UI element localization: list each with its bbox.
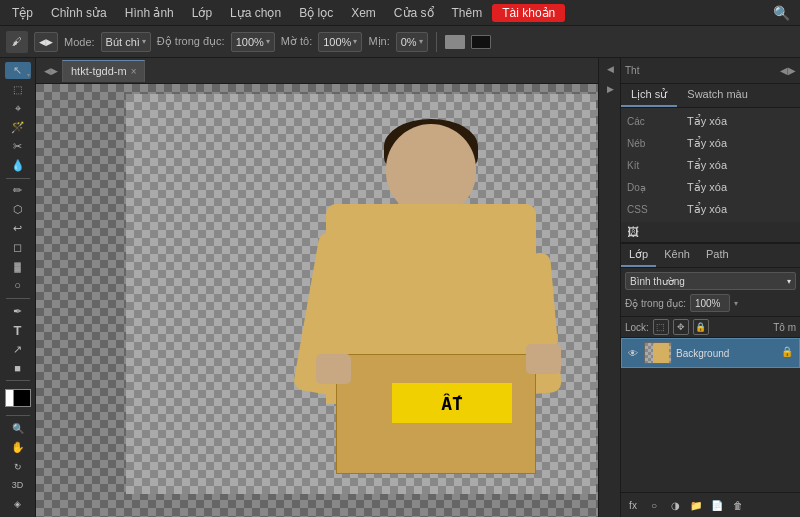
- menu-window[interactable]: Cửa sổ: [386, 4, 442, 22]
- layer-name: Background: [676, 348, 777, 359]
- history-left-4: Doạ: [627, 182, 657, 193]
- rotate-tool[interactable]: ↻: [5, 458, 31, 475]
- menu-select[interactable]: Lựa chọn: [222, 4, 289, 22]
- lock-artboard-icon[interactable]: 🔒: [693, 319, 709, 335]
- tab-layers[interactable]: Lớp: [621, 244, 656, 267]
- canvas-viewport[interactable]: ẤT: [36, 84, 598, 517]
- tab-close[interactable]: ×: [131, 66, 137, 77]
- tab-channels[interactable]: Kênh: [656, 244, 698, 267]
- menu-edit[interactable]: Chỉnh sửa: [43, 4, 115, 22]
- pen-tool[interactable]: ✒: [5, 303, 31, 320]
- eyedropper-tool[interactable]: 💧: [5, 157, 31, 174]
- history-list: Các Tẩy xóa Néb Tẩy xóa Kít Tẩy xóa Doạ …: [621, 108, 800, 222]
- lock-pixels-icon[interactable]: ⬚: [653, 319, 669, 335]
- dodge-tool[interactable]: ○: [5, 277, 31, 294]
- flow-dropdown[interactable]: 100% ▾: [318, 32, 362, 52]
- menu-account[interactable]: Tài khoản: [492, 4, 565, 22]
- quick-select-tool[interactable]: 🪄: [5, 119, 31, 136]
- layer-visibility-eye[interactable]: 👁: [626, 346, 640, 360]
- panel-arrow-left[interactable]: ◀▶: [40, 66, 62, 76]
- path-selection[interactable]: ↗: [5, 341, 31, 358]
- person-figure: ẤT: [306, 124, 566, 494]
- layer-options: Bình thường ▾ Độ trong đục: 100% ▾: [621, 268, 800, 317]
- panel-expand-icon[interactable]: ◀▶: [780, 65, 796, 76]
- side-mini-panel: ◀ ▶: [598, 58, 620, 517]
- right-panel: Tht ◀▶ Lịch sử Swatch màu Các Tẩy xóa Né…: [620, 58, 800, 517]
- blend-mode-dropdown[interactable]: Bình thường ▾: [625, 272, 796, 290]
- delete-layer-icon[interactable]: 🗑: [729, 496, 747, 514]
- history-item-3[interactable]: Kít Tẩy xóa: [621, 154, 800, 176]
- mode-dropdown[interactable]: Bút chì ▾: [101, 32, 151, 52]
- history-right-3[interactable]: Tẩy xóa: [687, 159, 727, 172]
- shape-tool[interactable]: ■: [5, 359, 31, 376]
- color-swatches[interactable]: [5, 389, 31, 407]
- opacity-label: Độ trong đục:: [157, 35, 225, 48]
- layer-thumbnail: [644, 342, 672, 364]
- smoothing-label: Mịn:: [368, 35, 389, 48]
- history-item-5[interactable]: CSS Tẩy xóa: [621, 198, 800, 220]
- brush-tool[interactable]: ✏: [5, 182, 31, 199]
- person-hand-right: [526, 344, 561, 374]
- gradient-tool[interactable]: ▓: [5, 258, 31, 275]
- zoom-tool[interactable]: 🔍: [5, 420, 31, 437]
- link-icon[interactable]: fx: [624, 496, 642, 514]
- adjustment-icon[interactable]: ◑: [666, 496, 684, 514]
- options-bar: 🖌 ◀▶ Mode: Bút chì ▾ Độ trong đục: 100% …: [0, 26, 800, 58]
- history-brush[interactable]: ↩: [5, 220, 31, 237]
- history-right-1[interactable]: Tẩy xóa: [687, 115, 727, 128]
- extra-tool[interactable]: ◈: [5, 496, 31, 513]
- menu-image[interactable]: Hình ảnh: [117, 4, 182, 22]
- history-right-5[interactable]: Tẩy xóa: [687, 203, 727, 216]
- history-item-2[interactable]: Néb Tẩy xóa: [621, 132, 800, 154]
- history-swatch-tabs: Lịch sử Swatch màu: [621, 84, 800, 108]
- panel-expand-btn[interactable]: ▶: [601, 80, 619, 98]
- opacity-row: Độ trong đục: 100% ▾: [625, 294, 796, 312]
- opacity-dropdown[interactable]: 100% ▾: [231, 32, 275, 52]
- tab-paths[interactable]: Path: [698, 244, 737, 267]
- history-item-1[interactable]: Các Tẩy xóa: [621, 110, 800, 132]
- tab-swatch[interactable]: Swatch màu: [677, 84, 758, 107]
- smoothing-dropdown[interactable]: 0% ▾: [396, 32, 428, 52]
- menu-filter[interactable]: Bộ lọc: [291, 4, 341, 22]
- marquee-tool[interactable]: ⬚: [5, 81, 31, 98]
- hand-tool[interactable]: ✋: [5, 439, 31, 456]
- history-item-4[interactable]: Doạ Tẩy xóa: [621, 176, 800, 198]
- mask-icon[interactable]: ○: [645, 496, 663, 514]
- lock-row: Lock: ⬚ ✥ 🔒 Tô m: [621, 317, 800, 338]
- history-left-2: Néb: [627, 138, 657, 149]
- person-hand-left: [316, 354, 351, 384]
- panel-collapse-btn[interactable]: ◀: [601, 60, 619, 78]
- lasso-tool[interactable]: ⌖: [5, 100, 31, 117]
- history-right-4[interactable]: Tẩy xóa: [687, 181, 727, 194]
- menu-file[interactable]: Tệp: [4, 4, 41, 22]
- opacity-arrow[interactable]: ▾: [734, 299, 738, 308]
- background-color[interactable]: [13, 389, 31, 407]
- canvas-area: ◀▶ htkt-tgdd-m × ẤT: [36, 58, 598, 517]
- document-tab[interactable]: htkt-tgdd-m ×: [62, 60, 145, 82]
- tool-divider-4: [6, 415, 30, 416]
- folder-icon[interactable]: 📁: [687, 496, 705, 514]
- flow-label: Mờ tô:: [281, 35, 312, 48]
- 3d-tool[interactable]: 3D: [5, 477, 31, 494]
- menu-layer[interactable]: Lớp: [184, 4, 220, 22]
- eraser-tool[interactable]: ◻: [5, 239, 31, 256]
- move-tool[interactable]: ↖: [5, 62, 31, 79]
- opacity-value-layers[interactable]: 100%: [690, 294, 730, 312]
- tab-history[interactable]: Lịch sử: [621, 84, 677, 107]
- menu-view[interactable]: Xem: [343, 4, 384, 22]
- canvas-image: ẤT: [126, 94, 596, 494]
- stamp-tool[interactable]: ⬡: [5, 201, 31, 218]
- lock-text: Lock:: [625, 322, 649, 333]
- layer-item-background[interactable]: 👁 Background 🔒: [621, 338, 800, 368]
- tab-filename: htkt-tgdd-m: [71, 65, 127, 77]
- menu-more[interactable]: Thêm: [444, 4, 491, 22]
- history-right-2[interactable]: Tẩy xóa: [687, 137, 727, 150]
- lock-position-icon[interactable]: ✥: [673, 319, 689, 335]
- history-left-3: Kít: [627, 160, 657, 171]
- layers-tabs: Lớp Kênh Path: [621, 243, 800, 268]
- type-tool[interactable]: T: [5, 322, 31, 339]
- crop-tool[interactable]: ✂: [5, 138, 31, 155]
- search-icon[interactable]: 🔍: [767, 5, 796, 21]
- tool-arrows[interactable]: ◀▶: [34, 32, 58, 52]
- new-layer-icon[interactable]: 📄: [708, 496, 726, 514]
